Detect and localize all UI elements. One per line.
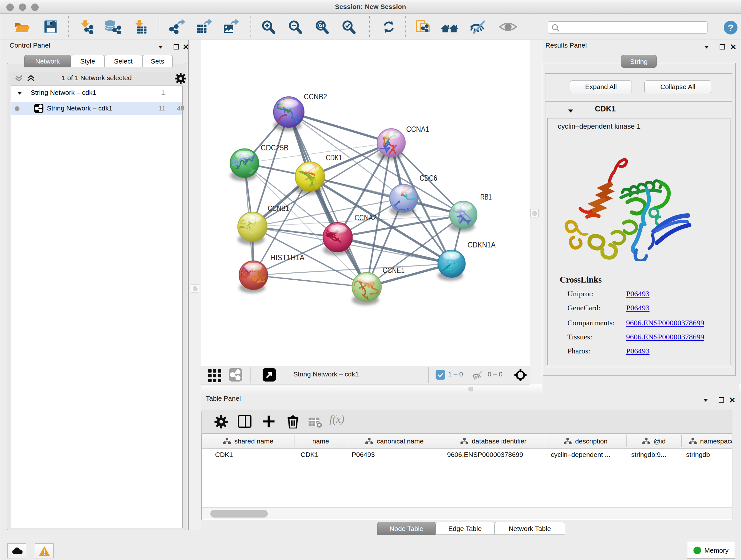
svg-text:HIST1H1A: HIST1H1A — [270, 253, 305, 262]
svg-text:CDC25B: CDC25B — [261, 143, 288, 152]
svg-text:CDK1: CDK1 — [326, 153, 342, 162]
svg-text:RB1: RB1 — [480, 192, 492, 201]
svg-text:CCNB2: CCNB2 — [304, 92, 327, 101]
svg-text:CCNA2: CCNA2 — [354, 213, 377, 222]
svg-text:CDC6: CDC6 — [420, 174, 437, 182]
svg-text:CCNE1: CCNE1 — [383, 266, 405, 274]
svg-text:CCNA1: CCNA1 — [406, 125, 429, 133]
svg-text:CDKN1A: CDKN1A — [468, 240, 495, 249]
svg-text:CCNB1: CCNB1 — [268, 204, 289, 212]
